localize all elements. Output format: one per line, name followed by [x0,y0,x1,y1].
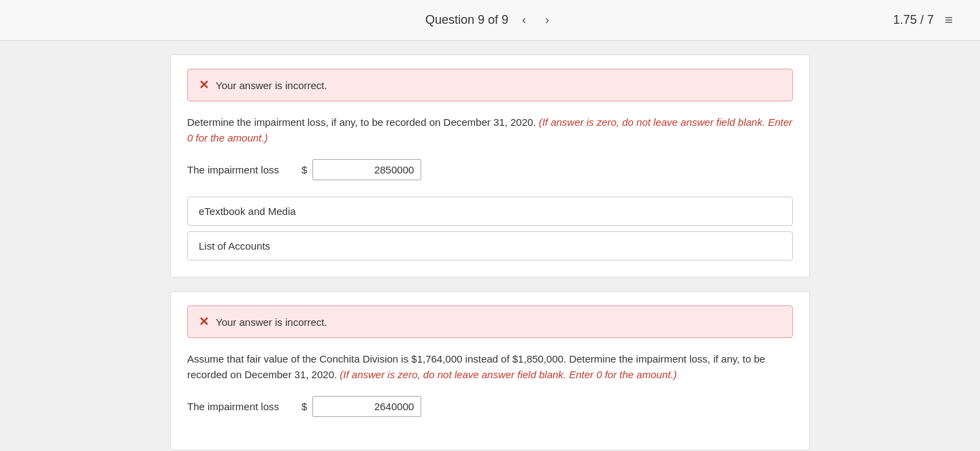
prev-button[interactable]: ‹ [517,10,532,30]
section1-incorrect-banner: ✕ Your answer is incorrect. [187,69,793,101]
header-right: 1.75 / 7 ≡ [893,12,953,28]
section2-incorrect-text: Your answer is incorrect. [216,316,327,328]
section2-input-label: The impairment loss [187,401,296,412]
section2-question-text: Assume that fair value of the Conchita D… [187,352,793,382]
section1-amount-input[interactable] [312,159,421,180]
header-center: Question 9 of 9 ‹ › [425,10,555,30]
list-of-accounts-button[interactable]: List of Accounts [187,231,793,261]
list-icon-button[interactable]: ≡ [945,12,953,28]
header: Question 9 of 9 ‹ › 1.75 / 7 ≡ [0,0,980,41]
section2-amount-input[interactable] [312,396,421,417]
etextbook-media-button[interactable]: eTextbook and Media [187,197,793,226]
x-icon-2: ✕ [199,314,209,329]
x-icon-1: ✕ [199,78,209,93]
section1-input-label: The impairment loss [187,164,296,176]
section1-card: ✕ Your answer is incorrect. Determine th… [170,54,810,278]
section2-italic-instruction: (If answer is zero, do not leave answer … [340,369,676,380]
section2-input-row: The impairment loss $ [187,396,793,417]
section2-incorrect-banner: ✕ Your answer is incorrect. [187,305,793,338]
main-content: ✕ Your answer is incorrect. Determine th… [0,41,980,451]
question-label: Question 9 of 9 [425,13,508,27]
list-icon: ≡ [945,12,953,28]
section1-input-row: The impairment loss $ [187,159,793,180]
next-button[interactable]: › [540,10,555,30]
section1-dollar-sign: $ [301,164,307,176]
section1-question-text: Determine the impairment loss, if any, t… [187,115,793,146]
section2-dollar-sign: $ [301,401,307,412]
section2-card: ✕ Your answer is incorrect. Assume that … [170,291,810,450]
section1-incorrect-text: Your answer is incorrect. [216,80,327,91]
score-display: 1.75 / 7 [893,13,934,27]
